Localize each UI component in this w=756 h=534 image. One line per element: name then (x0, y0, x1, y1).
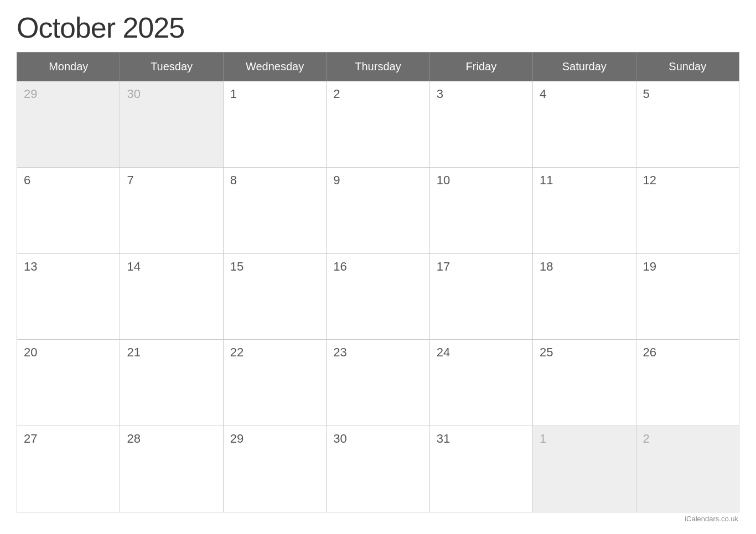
header-cell-friday: Friday (429, 53, 532, 81)
day-cell: 16 (327, 253, 429, 340)
day-cell: 6 (17, 167, 120, 253)
header-cell-saturday: Saturday (533, 53, 636, 81)
header-row: MondayTuesdayWednesdayThursdayFridaySatu… (17, 53, 739, 81)
header-cell-monday: Monday (17, 53, 120, 81)
day-number: 31 (437, 432, 450, 445)
day-cell: 12 (636, 167, 739, 253)
day-cell: 20 (17, 340, 120, 426)
week-row-3: 20212223242526 (17, 340, 739, 426)
day-cell: 15 (223, 253, 326, 340)
day-number: 2 (643, 432, 650, 445)
day-cell: 25 (533, 340, 636, 426)
day-cell: 24 (429, 340, 532, 426)
day-number: 29 (230, 432, 244, 445)
day-number: 26 (643, 345, 656, 359)
day-cell: 21 (120, 340, 223, 426)
week-row-0: 293012345 (17, 81, 739, 168)
day-cell: 5 (636, 81, 739, 168)
day-number: 19 (643, 260, 656, 273)
day-number: 25 (540, 345, 553, 359)
day-cell: 4 (533, 81, 636, 168)
day-cell: 28 (120, 426, 223, 512)
day-number: 9 (333, 173, 340, 187)
day-cell: 1 (533, 426, 636, 512)
week-row-4: 272829303112 (17, 426, 739, 512)
day-number: 6 (24, 173, 30, 187)
day-number: 21 (127, 345, 140, 359)
day-cell: 2 (636, 426, 739, 512)
day-number: 30 (333, 432, 346, 445)
day-number: 3 (437, 87, 443, 101)
day-cell: 30 (327, 426, 429, 512)
day-number: 4 (540, 87, 546, 101)
day-cell: 3 (429, 81, 532, 168)
day-cell: 13 (17, 253, 120, 340)
day-number: 13 (24, 260, 37, 273)
day-number: 11 (540, 173, 553, 187)
day-number: 22 (230, 345, 244, 359)
day-number: 23 (333, 345, 346, 359)
day-cell: 27 (17, 426, 120, 512)
watermark: iCalendars.co.uk (17, 512, 739, 523)
day-cell: 14 (120, 253, 223, 340)
calendar-table: MondayTuesdayWednesdayThursdayFridaySatu… (17, 52, 739, 512)
day-cell: 9 (327, 167, 429, 253)
day-cell: 7 (120, 167, 223, 253)
day-number: 27 (24, 432, 37, 445)
day-number: 17 (437, 260, 450, 273)
day-cell: 18 (533, 253, 636, 340)
day-number: 12 (643, 173, 656, 187)
day-number: 8 (230, 173, 237, 187)
day-number: 15 (230, 260, 244, 273)
header-cell-wednesday: Wednesday (223, 53, 326, 81)
day-cell: 23 (327, 340, 429, 426)
calendar-title: October 2025 (17, 11, 739, 44)
day-cell: 1 (223, 81, 326, 168)
day-cell: 8 (223, 167, 326, 253)
calendar-container: October 2025 MondayTuesdayWednesdayThurs… (0, 0, 756, 534)
day-number: 20 (24, 345, 37, 359)
day-number: 1 (540, 432, 546, 445)
day-number: 10 (437, 173, 450, 187)
day-number: 5 (643, 87, 650, 101)
header-cell-tuesday: Tuesday (120, 53, 223, 81)
day-number: 28 (127, 432, 140, 445)
day-number: 30 (127, 87, 140, 101)
day-cell: 29 (17, 81, 120, 168)
day-cell: 31 (429, 426, 532, 512)
day-number: 18 (540, 260, 553, 273)
week-row-2: 13141516171819 (17, 253, 739, 340)
header-cell-thursday: Thursday (327, 53, 429, 81)
day-number: 16 (333, 260, 346, 273)
day-cell: 30 (120, 81, 223, 168)
day-number: 14 (127, 260, 140, 273)
day-number: 7 (127, 173, 133, 187)
day-number: 1 (230, 87, 237, 101)
day-cell: 11 (533, 167, 636, 253)
day-cell: 10 (429, 167, 532, 253)
calendar-body: 2930123456789101112131415161718192021222… (17, 81, 739, 512)
day-cell: 2 (327, 81, 429, 168)
day-cell: 19 (636, 253, 739, 340)
day-number: 24 (437, 345, 450, 359)
week-row-1: 6789101112 (17, 167, 739, 253)
header-cell-sunday: Sunday (636, 53, 739, 81)
day-cell: 22 (223, 340, 326, 426)
day-number: 29 (24, 87, 37, 101)
day-cell: 26 (636, 340, 739, 426)
day-number: 2 (333, 87, 340, 101)
day-cell: 29 (223, 426, 326, 512)
day-cell: 17 (429, 253, 532, 340)
